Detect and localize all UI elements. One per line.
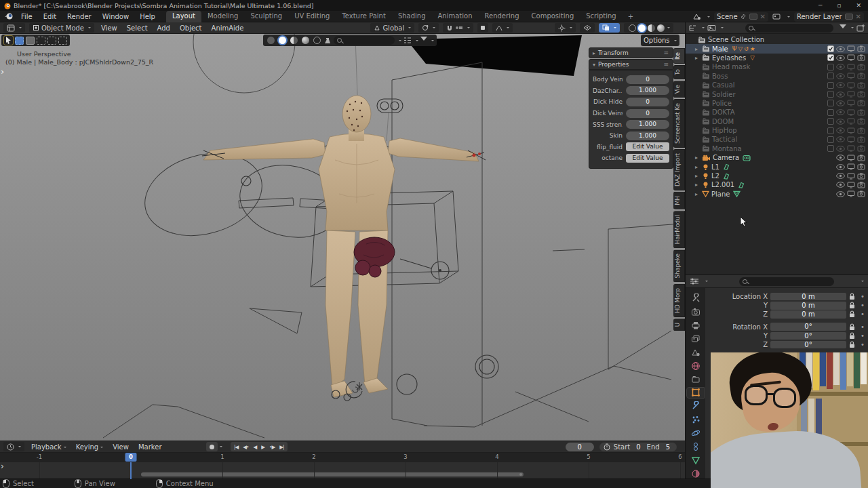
expand-arrow[interactable]: ▸ [695, 46, 702, 52]
menu-render[interactable]: Render [62, 13, 97, 20]
scene-selector[interactable]: Scene ✕ [714, 12, 768, 22]
jump-start-button[interactable]: |◀ [232, 444, 241, 450]
hide-viewport-toggle[interactable] [836, 173, 845, 179]
blender-logo-icon[interactable] [4, 12, 14, 20]
properties-tab-collection[interactable] [687, 374, 704, 384]
property-value-field[interactable]: 1.000 [626, 86, 669, 95]
field-value[interactable]: 0 m [770, 302, 846, 310]
outliner-item-camera[interactable]: ▸Camera [686, 153, 868, 162]
disable-render-toggle[interactable] [857, 64, 865, 70]
property-value-field[interactable]: 1.000 [626, 131, 669, 140]
new-collection-icon[interactable] [856, 24, 865, 32]
falloff-sphere-icon[interactable] [267, 37, 275, 44]
field-value[interactable]: 0° [770, 332, 846, 340]
disable-viewports-toggle[interactable] [847, 173, 855, 180]
outliner-filter-icon[interactable] [840, 24, 846, 32]
sidebar-tab-hairmodul[interactable]: HairModul [673, 211, 685, 248]
property-value-field[interactable]: 0 [626, 98, 669, 106]
outliner-item-l2-001[interactable]: ▸L2.001 [686, 180, 868, 189]
lock-icon[interactable] [849, 293, 857, 300]
disable-viewports-toggle[interactable] [847, 163, 855, 170]
timeline-menu-marker[interactable]: Marker [134, 443, 167, 451]
properties-tab-object-data[interactable] [687, 455, 704, 465]
sidebar-tab-daz-import[interactable]: DAZ Import [673, 149, 685, 190]
maximize-button[interactable]: ▫ [834, 2, 844, 9]
viewport-menu-animaide[interactable]: AnimAide [207, 24, 249, 32]
disable-viewports-toggle[interactable] [847, 109, 855, 116]
outliner-item-plane[interactable]: ▸Plane [686, 190, 868, 199]
disable-render-toggle[interactable] [857, 91, 865, 98]
selectable-checkbox[interactable] [827, 145, 834, 152]
viewport-menu-object[interactable]: Object [175, 24, 207, 32]
selectable-checkbox[interactable] [827, 91, 834, 98]
hide-viewport-toggle[interactable] [836, 100, 845, 106]
properties-search-input[interactable] [739, 277, 834, 286]
tool-search-input[interactable] [334, 36, 395, 45]
filter-type-icon[interactable] [707, 24, 716, 32]
overlays-toggle[interactable] [580, 23, 595, 33]
viewport-menu-add[interactable]: Add [153, 24, 175, 32]
disable-viewports-toggle[interactable] [847, 54, 855, 61]
select-mode-intersect-button[interactable] [58, 37, 67, 45]
workspace-tab-scripting[interactable]: Scripting [580, 11, 622, 22]
timeline-collapse-arrow[interactable]: › [1, 462, 4, 471]
mode-selector[interactable]: Object Mode [29, 23, 94, 33]
select-mode-subtract-button[interactable] [37, 37, 45, 45]
disable-render-toggle[interactable] [857, 82, 865, 89]
outliner-item-soldier[interactable]: Soldier [686, 89, 868, 98]
disable-viewports-toggle[interactable] [847, 100, 855, 106]
select-mode-extend-button[interactable] [26, 37, 35, 45]
viewport-canvas[interactable]: User Perspective (0) Male | Male_Body : … [0, 34, 685, 441]
selectable-checkbox[interactable] [827, 73, 834, 79]
select-mode-invert-button[interactable] [47, 37, 56, 45]
outliner-item-dokta[interactable]: DOKTA [686, 108, 868, 117]
display-mode-icon[interactable] [688, 24, 697, 32]
disable-render-toggle[interactable] [857, 45, 865, 52]
hide-viewport-toggle[interactable] [836, 136, 845, 142]
outliner-item-hiphop[interactable]: HipHop [686, 126, 868, 135]
properties-tab-physics[interactable] [687, 428, 704, 439]
hide-viewport-toggle[interactable] [836, 119, 845, 125]
remove-layer-icon[interactable]: ✕ [856, 13, 861, 20]
add-workspace-button[interactable]: + [623, 13, 639, 20]
hide-viewport-toggle[interactable] [836, 127, 845, 134]
timeline-tracks[interactable] [0, 462, 685, 479]
next-keyframe-button[interactable]: •▶ [267, 444, 277, 450]
properties-panel-header[interactable]: ▾ Properties ≡ [589, 59, 673, 70]
jump-end-button[interactable]: ▶| [277, 444, 286, 450]
properties-tab-view-layer[interactable] [687, 334, 704, 344]
hide-viewport-toggle[interactable] [836, 64, 845, 70]
properties-tab-particles[interactable] [687, 415, 704, 425]
hide-viewport-toggle[interactable] [836, 182, 845, 188]
selectable-checkbox[interactable] [827, 54, 834, 61]
gizmo-toggle[interactable] [555, 23, 576, 33]
edit-value-button[interactable]: Edit Value [626, 142, 669, 151]
timeline-menu-view[interactable]: View [108, 443, 134, 451]
properties-tab-render[interactable] [687, 307, 704, 317]
sidebar-tab-vie[interactable]: Vie [673, 81, 685, 98]
play-button[interactable]: ▶ [259, 444, 267, 450]
transform-orientation[interactable]: Global [370, 23, 414, 33]
properties-tab-world[interactable] [687, 361, 704, 371]
disable-render-toggle[interactable] [857, 73, 865, 79]
falloff-smooth-icon[interactable] [279, 37, 286, 44]
end-frame-field[interactable]: 5 [663, 443, 673, 451]
disable-render-toggle[interactable] [857, 100, 865, 106]
close-button[interactable]: ✕ [853, 2, 864, 9]
render-layer-selector[interactable]: Render Layer ✕ [794, 12, 864, 22]
outliner-item-casual[interactable]: Casual [686, 81, 868, 89]
sidebar-tab-u[interactable]: U [673, 319, 685, 331]
selectable-checkbox[interactable] [827, 82, 834, 89]
outliner-item-eyelashes[interactable]: ▸Eyelashes▽ [686, 54, 868, 62]
sidebar-tab-ite[interactable]: Ite [673, 48, 685, 64]
properties-tab-material[interactable] [687, 468, 704, 479]
disable-render-toggle[interactable] [857, 155, 865, 161]
brush-icon[interactable] [323, 37, 332, 45]
sidebar-tab-screencast-ke[interactable]: Screencast Ke [673, 99, 685, 148]
selectable-checkbox[interactable] [827, 136, 834, 143]
disable-render-toggle[interactable] [857, 182, 865, 188]
hide-viewport-toggle[interactable] [836, 164, 845, 170]
timeline-scrollbar[interactable] [141, 472, 524, 476]
proportional-editing-button[interactable] [477, 23, 488, 33]
expand-arrow[interactable]: ▸ [695, 182, 702, 188]
